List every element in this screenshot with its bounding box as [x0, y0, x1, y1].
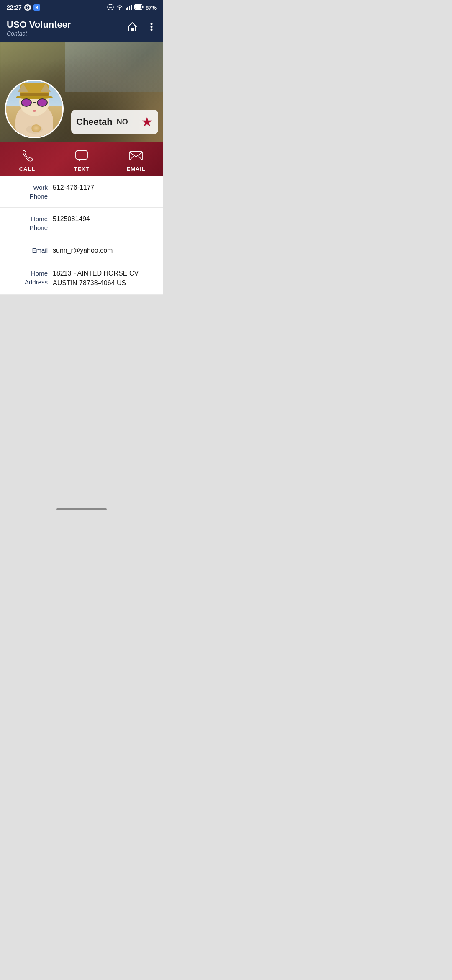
more-options-button[interactable] — [146, 21, 157, 35]
email-button[interactable]: EMAIL — [109, 148, 163, 172]
home-address-value: 18213 PAINTED HORSE CV AUSTIN 78738-4064… — [53, 269, 157, 288]
avatar — [5, 80, 64, 138]
work-phone-row: WorkPhone 512-476-1177 — [0, 176, 163, 208]
action-bar: CALL TEXT EMAIL — [0, 142, 163, 176]
svg-rect-4 — [127, 7, 128, 10]
app-title: USO Volunteer — [7, 19, 126, 30]
svg-rect-3 — [126, 8, 127, 10]
home-address-label: HomeAddress — [7, 269, 53, 286]
svg-rect-9 — [135, 5, 141, 9]
svg-line-16 — [130, 156, 134, 160]
contact-hero: Cheetah NO ★ — [0, 42, 163, 142]
home-address-row: HomeAddress 18213 PAINTED HORSE CV AUSTI… — [0, 262, 163, 295]
signal-icon — [126, 4, 132, 11]
shazam-icon — [24, 4, 31, 11]
svg-point-11 — [151, 23, 153, 25]
work-phone-value[interactable]: 512-476-1177 — [53, 183, 157, 192]
svg-line-17 — [139, 156, 142, 160]
status-bar: 22:27 B — [0, 0, 163, 15]
work-phone-label: WorkPhone — [7, 183, 53, 201]
svg-rect-8 — [142, 6, 143, 8]
battery-icon — [134, 4, 144, 11]
svg-point-13 — [151, 29, 153, 31]
empty-content-area — [0, 295, 163, 504]
contact-id: NO — [117, 118, 128, 126]
svg-rect-14 — [76, 151, 87, 159]
status-time: 22:27 — [7, 4, 22, 11]
hero-sky — [65, 42, 163, 92]
email-row: Email sunn_r@yahoo.com — [0, 239, 163, 262]
bitwarden-icon: B — [33, 4, 40, 11]
home-indicator — [0, 504, 163, 513]
home-phone-row: HomePhone 5125081494 — [0, 208, 163, 239]
svg-rect-6 — [131, 5, 132, 10]
call-button[interactable]: CALL — [0, 148, 54, 172]
text-button[interactable]: TEXT — [54, 148, 109, 172]
email-label-field: Email — [7, 246, 53, 255]
home-phone-value[interactable]: 5125081494 — [53, 214, 157, 224]
text-label: TEXT — [74, 166, 89, 172]
contact-name-area: Cheetah NO — [76, 116, 128, 127]
call-label: CALL — [19, 166, 36, 172]
battery-percent: 87% — [146, 5, 157, 11]
contact-info-card: Cheetah NO ★ — [71, 110, 158, 134]
status-left: 22:27 B — [7, 4, 40, 11]
svg-rect-10 — [131, 28, 134, 31]
toolbar-actions — [126, 21, 157, 35]
app-toolbar: USO Volunteer Contact — [0, 15, 163, 42]
wifi-icon — [116, 4, 123, 11]
home-phone-label: HomePhone — [7, 214, 53, 232]
favorite-star-icon[interactable]: ★ — [141, 114, 153, 130]
contact-details: WorkPhone 512-476-1177 HomePhone 5125081… — [0, 176, 163, 295]
email-label: EMAIL — [126, 166, 145, 172]
svg-point-12 — [151, 26, 153, 28]
svg-rect-5 — [129, 6, 130, 10]
home-button[interactable] — [126, 21, 138, 35]
status-right: 87% — [107, 4, 157, 12]
do-not-disturb-icon — [107, 4, 114, 12]
home-bar — [56, 508, 107, 510]
toolbar-title-area: USO Volunteer Contact — [7, 19, 126, 37]
app-subtitle: Contact — [7, 30, 126, 37]
email-value[interactable]: sunn_r@yahoo.com — [53, 246, 157, 255]
contact-name: Cheetah — [76, 116, 113, 127]
svg-rect-15 — [130, 152, 142, 160]
